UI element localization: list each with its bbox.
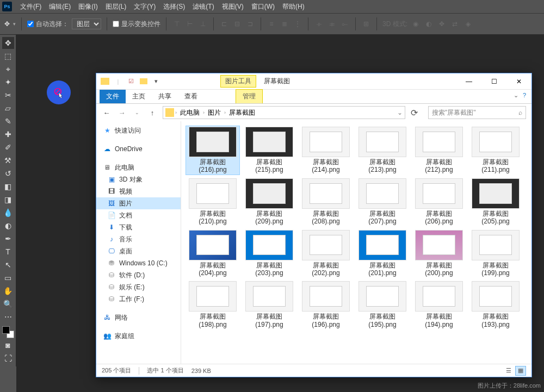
ps-menu-item[interactable]: 编辑(E) — [45, 2, 75, 11]
quick-mask-tool[interactable]: ◙ — [2, 339, 14, 351]
ribbon-home-tab[interactable]: 主页 — [126, 90, 152, 103]
file-item[interactable]: 屏幕截图(215).png — [242, 126, 296, 175]
file-item[interactable]: 屏幕截图(201).png — [355, 229, 410, 278]
properties-icon[interactable]: ☑ — [127, 77, 135, 86]
qat-chevron-icon[interactable]: ▾ — [152, 77, 160, 86]
tool-chevron-icon[interactable]: ▾ — [13, 21, 16, 27]
nav-forward-button[interactable]: → — [117, 108, 127, 117]
nav-back-button[interactable]: ← — [102, 108, 112, 117]
file-item[interactable]: 屏幕截图(207).png — [355, 177, 410, 227]
nav-network[interactable]: 🖧网络 — [96, 312, 181, 323]
picture-tools-tab[interactable]: 图片工具 — [220, 75, 256, 88]
close-button[interactable]: ✕ — [506, 73, 531, 90]
show-transform-checkbox[interactable]: 显示变换控件 — [113, 20, 160, 29]
ps-menu-item[interactable]: 滤镜(T) — [189, 2, 218, 11]
file-item[interactable]: 屏幕截图(206).png — [412, 177, 466, 227]
ribbon-collapse-icon[interactable]: ⌄ — [514, 92, 518, 99]
hand-tool[interactable]: ✋ — [2, 285, 14, 297]
ps-menu-item[interactable]: 窗口(W) — [248, 2, 279, 11]
move-tool[interactable]: ✥ — [2, 37, 14, 49]
refresh-button[interactable]: ⟳ — [411, 108, 423, 118]
more-tools[interactable]: ⋯ — [2, 311, 14, 323]
nav-documents[interactable]: 📄文档 — [96, 209, 181, 221]
nav-recent-button[interactable]: ⌄ — [132, 108, 142, 117]
nav-desktop[interactable]: 🖵桌面 — [96, 245, 181, 257]
nav-onedrive[interactable]: ☁OneDrive — [96, 143, 181, 155]
nav-this-pc[interactable]: 🖥此电脑 — [96, 161, 181, 173]
chevron-right-icon[interactable]: › — [224, 110, 226, 115]
breadcrumb-bar[interactable]: › 此电脑 › 图片 › 屏幕截图 ⌄ — [163, 106, 405, 119]
chevron-right-icon[interactable]: › — [203, 110, 205, 115]
file-item[interactable]: 屏幕截图(197).png — [242, 280, 296, 329]
ribbon-manage-tab[interactable]: 管理 — [236, 89, 263, 103]
nav-drive-f[interactable]: ⛁工作 (F:) — [96, 293, 181, 305]
eraser-tool[interactable]: ◧ — [2, 181, 14, 192]
pen-tool[interactable]: ✒ — [2, 233, 14, 245]
ps-menu-item[interactable]: 文字(Y) — [130, 2, 159, 11]
ribbon-file-tab[interactable]: 文件 — [100, 90, 126, 103]
nav-drive-d[interactable]: ⛁软件 (D:) — [96, 269, 181, 281]
file-item[interactable]: 屏幕截图(208).png — [299, 177, 353, 227]
explorer-content-area[interactable]: 屏幕截图(216).png屏幕截图(215).png屏幕截图(214).png屏… — [181, 121, 531, 364]
shape-tool[interactable]: ▭ — [2, 272, 14, 284]
file-item[interactable]: 屏幕截图(209).png — [242, 177, 296, 227]
minimize-button[interactable]: — — [456, 73, 481, 90]
frame-tool[interactable]: ▱ — [2, 102, 14, 114]
file-item[interactable]: 屏幕截图(213).png — [355, 126, 410, 175]
blur-tool[interactable]: 💧 — [2, 207, 14, 219]
file-item[interactable]: 屏幕截图(194).png — [412, 280, 466, 329]
ps-menu-item[interactable]: 帮助(H) — [279, 2, 308, 11]
brush-tool[interactable]: ✐ — [2, 141, 14, 153]
nav-homegroup[interactable]: 👥家庭组 — [96, 330, 181, 342]
explorer-titlebar[interactable]: | ☑ ▾ 图片工具 屏幕截图 — ☐ ✕ — [96, 73, 531, 90]
file-item[interactable]: 屏幕截图(193).png — [468, 280, 523, 329]
layer-select[interactable]: 图层 — [72, 18, 101, 29]
nav-pictures[interactable]: 🖼图片 — [96, 197, 181, 209]
crop-tool[interactable]: ✂ — [2, 89, 14, 101]
ps-menu-item[interactable]: 图层(L) — [102, 2, 131, 11]
file-item[interactable]: 屏幕截图(198).png — [186, 280, 240, 329]
search-box[interactable]: 搜索"屏幕截图" ⌕ — [428, 106, 526, 119]
breadcrumb-dropdown-icon[interactable]: ⌄ — [397, 109, 403, 116]
file-item[interactable]: 屏幕截图(202).png — [299, 229, 353, 278]
file-item[interactable]: 屏幕截图(211).png — [468, 126, 523, 175]
dodge-tool[interactable]: ◐ — [2, 220, 14, 232]
ps-menu-item[interactable]: 选择(S) — [159, 2, 189, 11]
file-item[interactable]: 屏幕截图(216).png — [186, 126, 240, 175]
nav-up-button[interactable]: ↑ — [147, 108, 157, 117]
view-icons-button[interactable]: ▦ — [515, 366, 526, 376]
screen-mode-tool[interactable]: ⛶ — [2, 352, 14, 364]
help-icon[interactable]: ? — [523, 92, 526, 99]
type-tool[interactable]: T — [2, 246, 14, 258]
nav-3d-objects[interactable]: ▣3D 对象 — [96, 173, 181, 185]
ps-menu-item[interactable]: 图像(I) — [75, 2, 101, 11]
lasso-tool[interactable]: ⌖ — [2, 63, 14, 75]
nav-drive-e[interactable]: ⛁娱乐 (E:) — [96, 281, 181, 293]
file-item[interactable]: 屏幕截图(205).png — [468, 177, 523, 227]
wand-tool[interactable]: ✦ — [2, 76, 14, 88]
file-item[interactable]: 屏幕截图(200).png — [412, 229, 466, 278]
nav-downloads[interactable]: ⬇下载 — [96, 221, 181, 233]
nav-drive-c[interactable]: ⛃Windows 10 (C:) — [96, 257, 181, 269]
nav-quick-access[interactable]: ★快速访问 — [96, 125, 181, 136]
view-details-button[interactable]: ☰ — [503, 366, 514, 376]
path-tool[interactable]: ↖ — [2, 259, 14, 271]
file-item[interactable]: 屏幕截图(196).png — [299, 280, 353, 329]
breadcrumb-screenshots[interactable]: 屏幕截图 — [227, 108, 257, 117]
file-item[interactable]: 屏幕截图(212).png — [412, 126, 466, 175]
maximize-button[interactable]: ☐ — [481, 73, 506, 90]
chevron-right-icon[interactable]: › — [175, 110, 177, 115]
new-folder-icon[interactable] — [140, 78, 147, 84]
auto-select-checkbox[interactable]: 自动选择： — [27, 20, 69, 29]
ps-menu-item[interactable]: 文件(F) — [16, 2, 45, 11]
file-item[interactable]: 屏幕截图(214).png — [299, 126, 353, 175]
nav-videos[interactable]: 🎞视频 — [96, 185, 181, 197]
marquee-tool[interactable]: ⬚ — [2, 50, 14, 62]
zoom-tool[interactable]: 🔍 — [2, 298, 14, 310]
search-icon[interactable]: ⌕ — [518, 109, 522, 116]
color-swatches[interactable] — [2, 326, 14, 338]
file-item[interactable]: 屏幕截图(204).png — [186, 229, 240, 278]
foreground-color[interactable] — [2, 326, 10, 334]
ribbon-share-tab[interactable]: 共享 — [152, 90, 178, 103]
nav-music[interactable]: ♪音乐 — [96, 233, 181, 245]
